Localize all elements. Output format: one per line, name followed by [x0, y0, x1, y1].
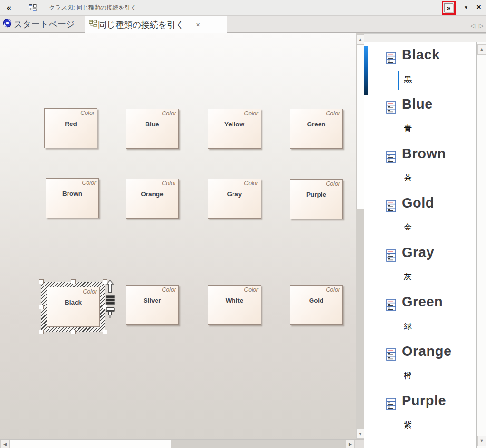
scroll-up-icon[interactable]: ▲ — [356, 34, 364, 44]
type-label: Color — [162, 110, 176, 117]
tab-label: 同じ種類の接続を引く — [98, 19, 185, 30]
resize-handle-nw[interactable] — [39, 279, 44, 284]
panel-vertical-scrollbar[interactable]: ▲ ▼ — [476, 42, 486, 448]
class-element-icon — [386, 398, 396, 412]
item-alias: 緑 — [404, 321, 412, 332]
item-alias: 橙 — [404, 370, 412, 381]
class-box-gold[interactable]: Color Gold — [290, 285, 343, 325]
class-element-icon — [386, 249, 396, 264]
element-name: Gray — [208, 191, 261, 198]
move-up-arrow-icon[interactable] — [106, 280, 114, 293]
class-element-icon — [386, 200, 396, 214]
type-label: Color — [244, 286, 258, 293]
class-box-silver[interactable]: Color Silver — [126, 285, 179, 325]
item-name: Brown — [402, 146, 446, 162]
class-box-yellow[interactable]: Color Yellow — [208, 109, 261, 149]
class-box-purple[interactable]: Color Purple — [290, 179, 343, 219]
type-label: Color — [162, 180, 176, 187]
titlebar: « クラス図: 同じ種類の接続を引く » ▼ × — [0, 0, 486, 16]
list-item-gold[interactable]: Gold 金 — [364, 194, 476, 244]
type-label: Color — [82, 180, 96, 186]
type-label: Color — [162, 286, 176, 293]
list-item-black[interactable]: Black 黒 — [364, 46, 476, 95]
quicklink-toolbar — [105, 280, 115, 319]
panel-scroll-down-icon[interactable]: ▼ — [477, 436, 486, 446]
item-name: Green — [402, 294, 443, 310]
application-window: « クラス図: 同じ種類の接続を引く » ▼ × — [0, 0, 486, 448]
item-name: Orange — [402, 343, 452, 359]
list-item-orange[interactable]: Orange 橙 — [364, 343, 476, 392]
class-box-red[interactable]: Color Red — [44, 108, 97, 148]
item-alias: 茶 — [404, 172, 412, 183]
type-label: Color — [244, 180, 258, 187]
start-page-icon — [3, 19, 12, 29]
type-label: Color — [83, 288, 97, 295]
class-box-brown[interactable]: Color Brown — [46, 178, 99, 218]
element-name: Green — [290, 121, 342, 128]
list-item-blue[interactable]: Blue 青 — [364, 95, 476, 145]
element-name: Orange — [126, 191, 178, 198]
canvas-vertical-scrollbar[interactable]: ▲ ▼ — [356, 33, 364, 439]
element-name: Black — [47, 299, 99, 306]
element-name: Purple — [290, 191, 342, 198]
scrollbar-corner — [355, 440, 364, 448]
window-menu-dropdown[interactable]: ▼ — [461, 3, 471, 12]
panel-scroll-up-icon[interactable]: ▲ — [477, 44, 486, 55]
selected-item-indicator — [364, 46, 368, 95]
class-box-orange[interactable]: Color Orange — [126, 179, 179, 219]
item-alias: 青 — [404, 123, 412, 134]
list-features-icon[interactable] — [106, 295, 115, 305]
resize-handle-sw[interactable] — [39, 330, 44, 334]
list-item-gray[interactable]: Gray 灰 — [364, 244, 476, 293]
list-item-brown[interactable]: Brown 茶 — [364, 145, 476, 194]
class-element-icon — [386, 101, 396, 115]
class-element-icon — [386, 151, 396, 165]
resize-handle-se[interactable] — [103, 330, 107, 334]
item-name: Purple — [402, 393, 446, 409]
diagram-canvas: Color Red Color Blue Color Yellow Color … — [0, 33, 356, 439]
list-item-green[interactable]: Green 緑 — [364, 293, 476, 343]
item-alias: 金 — [404, 222, 412, 233]
class-box-black-selected[interactable]: Color Black — [47, 287, 100, 327]
resize-handle-s[interactable] — [71, 330, 76, 334]
item-alias: 灰 — [404, 271, 412, 282]
diagram-tab-icon — [89, 20, 97, 29]
list-item-purple[interactable]: Purple 紫 — [364, 392, 476, 441]
type-label: Color — [80, 110, 95, 116]
element-name: Brown — [46, 190, 98, 197]
element-name: Blue — [126, 121, 178, 128]
tab-close-icon[interactable]: × — [194, 21, 203, 29]
class-element-icon — [386, 348, 396, 362]
pin-icon[interactable] — [106, 307, 115, 319]
class-box-green[interactable]: Color Green — [290, 109, 343, 149]
window-close-button[interactable]: × — [474, 2, 484, 12]
tab-scroll-right-icon[interactable]: ▷ — [477, 21, 485, 30]
class-box-blue[interactable]: Color Blue — [126, 109, 179, 149]
tab-start-page[interactable]: スタートページ — [0, 16, 85, 32]
type-label: Color — [244, 110, 258, 117]
tutorial-highlight-box: » — [442, 1, 456, 15]
class-box-white[interactable]: Color White — [208, 285, 261, 325]
item-name: Black — [402, 47, 440, 63]
tab-scroll-left-icon[interactable]: ◁ — [469, 21, 476, 30]
horizontal-scroll-thumb[interactable] — [10, 440, 171, 448]
scroll-right-icon[interactable]: ▶ — [346, 440, 355, 448]
element-name: Gold — [290, 297, 342, 304]
resize-handle-w[interactable] — [39, 305, 44, 309]
panel-header-strip — [364, 33, 486, 42]
item-alias: 紫 — [404, 419, 412, 430]
scroll-down-icon[interactable]: ▼ — [356, 429, 364, 439]
resize-handle-n[interactable] — [71, 279, 76, 284]
canvas-horizontal-scrollbar[interactable]: ◀ ▶ — [0, 439, 364, 448]
type-label: Color — [326, 286, 340, 293]
class-box-gray[interactable]: Color Gray — [208, 179, 261, 219]
element-list-panel: Black 黒 Blue 青 — [364, 42, 476, 448]
expand-panel-button[interactable]: » — [444, 3, 453, 12]
tab-diagram[interactable]: 同じ種類の接続を引く × — [85, 16, 227, 33]
tab-bar: スタートページ 同じ種類の接続を引く × ◁ ▷ — [0, 16, 486, 33]
class-element-icon — [386, 52, 396, 66]
scroll-left-icon[interactable]: ◀ — [0, 440, 10, 448]
element-name: Red — [45, 120, 97, 127]
vertical-scroll-thumb[interactable] — [356, 44, 364, 209]
collapse-panel-button[interactable]: « — [4, 1, 14, 14]
